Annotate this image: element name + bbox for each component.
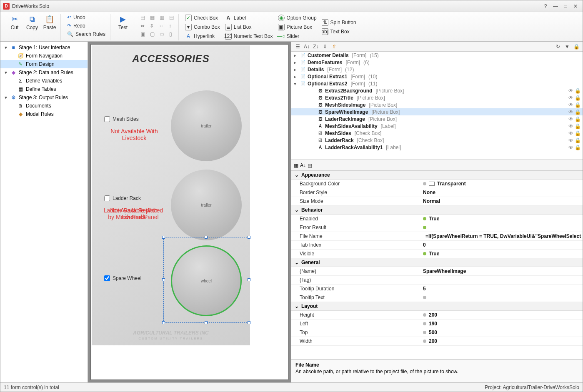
- ladder-rack-checkbox[interactable]: Ladder Rack: [104, 195, 141, 201]
- tree-item-ladderrack[interactable]: ☑LadderRack[Check Box]👁🔒: [291, 137, 583, 144]
- visibility-icon[interactable]: 👁: [568, 145, 573, 150]
- align-left-button[interactable]: ▤: [138, 14, 147, 21]
- spinbutton-button[interactable]: ⇅Spin Button: [320, 18, 358, 27]
- prop-width[interactable]: Width200: [291, 337, 583, 346]
- property-grid[interactable]: ⌄Appearance Background ColorTransparent …: [291, 171, 583, 359]
- search-rules-button[interactable]: 🔍Search Rules: [65, 30, 108, 38]
- lock-icon[interactable]: 🔒: [575, 145, 581, 150]
- optiongroup-button[interactable]: ◉Option Group: [276, 14, 319, 22]
- categorize-button[interactable]: ☰: [294, 43, 301, 50]
- nav-define-variables[interactable]: ΣDefine Variables: [0, 77, 88, 85]
- mesh-sides-image[interactable]: trailer: [171, 90, 242, 161]
- spare-wheel-checkbox[interactable]: Spare Wheel: [104, 275, 141, 281]
- tree-item-meshsidesimage[interactable]: 🖼MeshSidesImage[Picture Box]👁🔒: [291, 101, 583, 108]
- lock-icon[interactable]: 🔒: [575, 88, 581, 94]
- lock-icon[interactable]: 🔒: [575, 123, 581, 129]
- bring-front-button[interactable]: ▣: [138, 30, 147, 38]
- tree-optional-extras1[interactable]: ▸📄Optional Extras1[Form](10): [291, 73, 583, 80]
- close-button[interactable]: ✕: [571, 2, 580, 10]
- numerictextbox-button[interactable]: 123Numeric Text Box: [223, 32, 275, 40]
- checkbox-button[interactable]: ✓Check Box: [183, 14, 222, 22]
- prop-error-result[interactable]: Error Result: [291, 223, 583, 232]
- lock-button[interactable]: 🔒: [573, 43, 580, 50]
- prop-name[interactable]: (Name)SpareWheelImage: [291, 267, 583, 276]
- nav-form-navigation[interactable]: 🧭Form Navigation: [0, 52, 88, 60]
- tree-details[interactable]: ▸📄Details[Form](12): [291, 66, 583, 73]
- visibility-icon[interactable]: 👁: [568, 130, 573, 136]
- cat-general[interactable]: ⌄General: [291, 258, 583, 267]
- prop-tag[interactable]: (Tag): [291, 276, 583, 285]
- pin-down-button[interactable]: ⇩: [321, 43, 329, 50]
- nav-form-design[interactable]: ✎Form Design: [0, 60, 88, 68]
- nav-model-rules[interactable]: ◆Model Rules: [0, 110, 88, 118]
- lock-icon[interactable]: 🔒: [575, 95, 581, 101]
- prop-visible[interactable]: VisibleTrue: [291, 250, 583, 258]
- cat-appearance[interactable]: ⌄Appearance: [291, 171, 583, 180]
- tree-demo-features[interactable]: ▸📄DemoFeatures[Form](6): [291, 59, 583, 66]
- prop-size-mode[interactable]: Size ModeNormal: [291, 197, 583, 206]
- group-button[interactable]: ▭: [158, 30, 166, 38]
- nav-stage1[interactable]: ▾■Stage 1: User Interface: [0, 43, 88, 52]
- visibility-icon[interactable]: 👁: [568, 137, 573, 143]
- tree-optional-extras2[interactable]: ▾📄Optional Extras2[Form](11): [291, 80, 583, 87]
- dist-h-button[interactable]: ⇔: [138, 22, 147, 30]
- picturebox-button[interactable]: ▣Picture Box: [276, 23, 319, 31]
- undo-button[interactable]: ↶Undo: [65, 14, 108, 21]
- hyperlink-button[interactable]: AHyperlink: [183, 32, 222, 40]
- visibility-icon[interactable]: 👁: [568, 102, 573, 108]
- design-canvas[interactable]: ACCESSORIES Mesh Sides Not Available Wit…: [88, 42, 291, 382]
- prop-top[interactable]: Top500: [291, 328, 583, 337]
- label-button[interactable]: ALabel: [223, 14, 275, 22]
- slider-button[interactable]: —○Slider: [276, 32, 319, 40]
- prop-sort-button[interactable]: A↓: [300, 162, 306, 168]
- visibility-icon[interactable]: 👁: [568, 88, 573, 94]
- tree-item-meshsidesavailability[interactable]: AMeshSidesAvailability[Label]👁🔒: [291, 122, 583, 130]
- lock-icon[interactable]: 🔒: [575, 130, 581, 136]
- dist-v-button[interactable]: ⇕: [148, 22, 156, 30]
- visibility-icon[interactable]: 👁: [568, 116, 573, 122]
- tree-item-extras2background[interactable]: 🖼Extras2Background[Picture Box]👁🔒: [291, 87, 583, 94]
- maximize-button[interactable]: □: [561, 2, 570, 10]
- cat-layout[interactable]: ⌄Layout: [291, 302, 583, 311]
- refresh-button[interactable]: ↻: [554, 43, 562, 50]
- selection-box[interactable]: [163, 237, 249, 323]
- tree-item-sparewheelimage[interactable]: 🖼SpareWheelImage[Picture Box]👁🔒: [291, 108, 583, 115]
- ungroup-button[interactable]: ▯: [167, 30, 174, 38]
- prop-tab-index[interactable]: Tab Index0: [291, 241, 583, 250]
- nav-documents[interactable]: 🗎Documents: [0, 102, 88, 110]
- help-button[interactable]: ?: [541, 2, 550, 10]
- lock-icon[interactable]: 🔒: [575, 116, 581, 122]
- visibility-icon[interactable]: 👁: [568, 95, 573, 101]
- prop-tooltip-duration[interactable]: Tooltip Duration5: [291, 285, 583, 293]
- nav-stage2[interactable]: ▾◆Stage 2: Data and Rules: [0, 68, 88, 77]
- tree-item-extras2title[interactable]: 🖼Extras2Title[Picture Box]👁🔒: [291, 94, 583, 101]
- same-w-button[interactable]: ↔: [157, 22, 166, 30]
- prop-height[interactable]: Height200: [291, 311, 583, 320]
- mesh-sides-checkbox[interactable]: Mesh Sides: [104, 116, 139, 122]
- sort-az-button[interactable]: A↓: [303, 43, 310, 50]
- tree-item-ladderrackavailability1[interactable]: ALadderRackAvailability1[Label]👁🔒: [291, 144, 583, 151]
- ladder-rack-image[interactable]: trailer: [171, 170, 242, 240]
- pin-up-button[interactable]: ⇧: [330, 43, 338, 50]
- lock-icon[interactable]: 🔒: [575, 137, 581, 143]
- sort-za-button[interactable]: Z↓: [312, 43, 320, 50]
- align-top-button[interactable]: ▤: [167, 14, 176, 21]
- form-tree[interactable]: ▸📄Customer Details[Form](15) ▸📄DemoFeatu…: [291, 52, 583, 160]
- listbox-button[interactable]: ≣List Box: [223, 23, 275, 31]
- lock-icon[interactable]: 🔒: [575, 109, 581, 115]
- cat-behavior[interactable]: ⌄Behavior: [291, 206, 583, 215]
- minimize-button[interactable]: —: [551, 2, 560, 10]
- prop-tooltip-text[interactable]: Tooltip Text: [291, 293, 583, 302]
- same-h-button[interactable]: ↕: [167, 22, 173, 30]
- prop-pages-button[interactable]: ▤: [308, 162, 312, 168]
- tree-customer-details[interactable]: ▸📄Customer Details[Form](15): [291, 52, 583, 59]
- prop-categorize-button[interactable]: ▦: [294, 162, 298, 168]
- tree-item-laderrackimage[interactable]: 🖼LaderRackImage[Picture Box]👁🔒: [291, 115, 583, 122]
- nav-define-tables[interactable]: ▦Define Tables: [0, 85, 88, 93]
- paste-button[interactable]: 📋Paste: [41, 14, 58, 31]
- filter-button[interactable]: ▼: [563, 43, 571, 50]
- copy-button[interactable]: ⧉Copy: [24, 14, 40, 31]
- prop-left[interactable]: Left190: [291, 320, 583, 328]
- cut-button[interactable]: ✂Cut: [6, 14, 23, 31]
- test-button[interactable]: ▶Test: [115, 14, 131, 31]
